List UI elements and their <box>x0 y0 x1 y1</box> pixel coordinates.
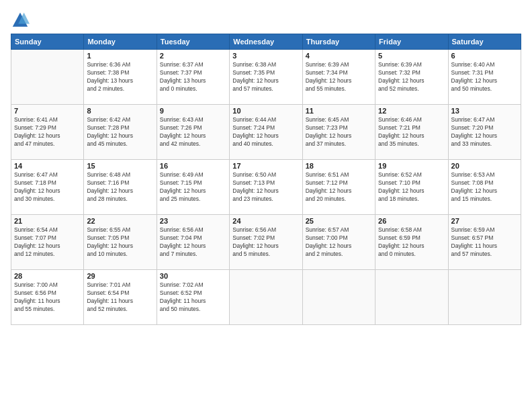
page: SundayMondayTuesdayWednesdayThursdayFrid… <box>0 0 532 411</box>
weekday-header-wednesday: Wednesday <box>230 34 302 50</box>
day-cell: 30Sunrise: 7:02 AM Sunset: 6:52 PM Dayli… <box>157 270 229 325</box>
day-info: Sunrise: 6:43 AM Sunset: 7:26 PM Dayligh… <box>160 116 226 148</box>
weekday-header-sunday: Sunday <box>11 34 84 50</box>
day-info: Sunrise: 6:47 AM Sunset: 7:20 PM Dayligh… <box>451 116 518 148</box>
day-number: 19 <box>378 162 445 170</box>
day-info: Sunrise: 6:41 AM Sunset: 7:29 PM Dayligh… <box>14 116 81 148</box>
day-cell <box>448 270 521 325</box>
day-cell <box>302 270 375 325</box>
day-cell: 21Sunrise: 6:54 AM Sunset: 7:07 PM Dayli… <box>11 215 84 270</box>
day-info: Sunrise: 6:45 AM Sunset: 7:23 PM Dayligh… <box>306 116 372 148</box>
day-cell: 2Sunrise: 6:37 AM Sunset: 7:37 PM Daylig… <box>157 50 229 105</box>
day-number: 18 <box>306 162 372 170</box>
day-info: Sunrise: 6:55 AM Sunset: 7:05 PM Dayligh… <box>87 226 153 259</box>
day-info: Sunrise: 6:47 AM Sunset: 7:18 PM Dayligh… <box>14 171 81 203</box>
day-cell <box>230 270 302 325</box>
day-number: 5 <box>378 52 445 60</box>
day-info: Sunrise: 7:02 AM Sunset: 6:52 PM Dayligh… <box>160 281 226 314</box>
day-cell: 27Sunrise: 6:59 AM Sunset: 6:57 PM Dayli… <box>448 215 521 270</box>
day-cell: 18Sunrise: 6:51 AM Sunset: 7:12 PM Dayli… <box>302 160 375 215</box>
day-cell: 5Sunrise: 6:39 AM Sunset: 7:32 PM Daylig… <box>375 50 448 105</box>
weekday-header-thursday: Thursday <box>302 34 375 50</box>
day-number: 26 <box>378 217 445 225</box>
day-number: 27 <box>451 217 518 225</box>
day-info: Sunrise: 6:37 AM Sunset: 7:37 PM Dayligh… <box>160 61 226 93</box>
day-number: 28 <box>14 272 81 280</box>
day-info: Sunrise: 7:01 AM Sunset: 6:54 PM Dayligh… <box>87 281 153 314</box>
day-number: 12 <box>378 107 445 115</box>
weekday-header-monday: Monday <box>84 34 157 50</box>
day-info: Sunrise: 7:00 AM Sunset: 6:56 PM Dayligh… <box>14 281 81 314</box>
day-number: 7 <box>14 107 81 115</box>
day-number: 16 <box>160 162 226 170</box>
day-cell: 11Sunrise: 6:45 AM Sunset: 7:23 PM Dayli… <box>302 105 375 160</box>
day-number: 9 <box>160 107 226 115</box>
day-cell: 10Sunrise: 6:44 AM Sunset: 7:24 PM Dayli… <box>230 105 302 160</box>
day-cell <box>11 50 84 105</box>
weekday-header-saturday: Saturday <box>448 34 521 50</box>
day-number: 13 <box>451 107 518 115</box>
day-info: Sunrise: 6:40 AM Sunset: 7:31 PM Dayligh… <box>451 61 518 93</box>
day-info: Sunrise: 6:54 AM Sunset: 7:07 PM Dayligh… <box>14 226 81 259</box>
day-cell: 4Sunrise: 6:39 AM Sunset: 7:34 PM Daylig… <box>302 50 375 105</box>
day-info: Sunrise: 6:38 AM Sunset: 7:35 PM Dayligh… <box>232 61 299 93</box>
day-info: Sunrise: 6:46 AM Sunset: 7:21 PM Dayligh… <box>378 116 445 148</box>
weekday-header-row: SundayMondayTuesdayWednesdayThursdayFrid… <box>11 34 521 50</box>
header-area <box>11 8 521 30</box>
day-number: 15 <box>87 162 153 170</box>
logo <box>11 11 32 30</box>
day-number: 4 <box>306 52 372 60</box>
day-number: 8 <box>87 107 153 115</box>
day-number: 17 <box>232 162 299 170</box>
day-number: 11 <box>306 107 372 115</box>
day-cell: 9Sunrise: 6:43 AM Sunset: 7:26 PM Daylig… <box>157 105 229 160</box>
day-cell: 17Sunrise: 6:50 AM Sunset: 7:13 PM Dayli… <box>230 160 302 215</box>
day-cell: 19Sunrise: 6:52 AM Sunset: 7:10 PM Dayli… <box>375 160 448 215</box>
day-number: 24 <box>232 217 299 225</box>
day-cell: 25Sunrise: 6:57 AM Sunset: 7:00 PM Dayli… <box>302 215 375 270</box>
day-number: 21 <box>14 217 81 225</box>
day-cell: 3Sunrise: 6:38 AM Sunset: 7:35 PM Daylig… <box>230 50 302 105</box>
day-info: Sunrise: 6:48 AM Sunset: 7:16 PM Dayligh… <box>87 171 153 203</box>
day-cell: 20Sunrise: 6:53 AM Sunset: 7:08 PM Dayli… <box>448 160 521 215</box>
day-info: Sunrise: 6:39 AM Sunset: 7:32 PM Dayligh… <box>378 61 445 93</box>
day-cell: 1Sunrise: 6:36 AM Sunset: 7:38 PM Daylig… <box>84 50 157 105</box>
day-info: Sunrise: 6:51 AM Sunset: 7:12 PM Dayligh… <box>306 171 372 203</box>
day-info: Sunrise: 6:42 AM Sunset: 7:28 PM Dayligh… <box>87 116 153 148</box>
week-row-4: 21Sunrise: 6:54 AM Sunset: 7:07 PM Dayli… <box>11 215 521 270</box>
day-number: 1 <box>87 52 153 60</box>
day-number: 10 <box>232 107 299 115</box>
day-cell: 14Sunrise: 6:47 AM Sunset: 7:18 PM Dayli… <box>11 160 84 215</box>
week-row-5: 28Sunrise: 7:00 AM Sunset: 6:56 PM Dayli… <box>11 270 521 325</box>
day-info: Sunrise: 6:56 AM Sunset: 7:04 PM Dayligh… <box>160 226 226 259</box>
weekday-header-friday: Friday <box>375 34 448 50</box>
day-info: Sunrise: 6:59 AM Sunset: 6:57 PM Dayligh… <box>451 226 518 259</box>
week-row-1: 1Sunrise: 6:36 AM Sunset: 7:38 PM Daylig… <box>11 50 521 105</box>
day-info: Sunrise: 6:44 AM Sunset: 7:24 PM Dayligh… <box>232 116 299 148</box>
day-cell: 16Sunrise: 6:49 AM Sunset: 7:15 PM Dayli… <box>157 160 229 215</box>
day-cell: 12Sunrise: 6:46 AM Sunset: 7:21 PM Dayli… <box>375 105 448 160</box>
day-cell: 15Sunrise: 6:48 AM Sunset: 7:16 PM Dayli… <box>84 160 157 215</box>
logo-icon <box>11 11 30 30</box>
day-number: 22 <box>87 217 153 225</box>
day-cell: 22Sunrise: 6:55 AM Sunset: 7:05 PM Dayli… <box>84 215 157 270</box>
day-cell: 28Sunrise: 7:00 AM Sunset: 6:56 PM Dayli… <box>11 270 84 325</box>
week-row-2: 7Sunrise: 6:41 AM Sunset: 7:29 PM Daylig… <box>11 105 521 160</box>
day-cell: 26Sunrise: 6:58 AM Sunset: 6:59 PM Dayli… <box>375 215 448 270</box>
day-number: 6 <box>451 52 518 60</box>
day-number: 29 <box>87 272 153 280</box>
day-number: 20 <box>451 162 518 170</box>
day-number: 23 <box>160 217 226 225</box>
day-cell: 23Sunrise: 6:56 AM Sunset: 7:04 PM Dayli… <box>157 215 229 270</box>
day-info: Sunrise: 6:49 AM Sunset: 7:15 PM Dayligh… <box>160 171 226 203</box>
day-cell: 29Sunrise: 7:01 AM Sunset: 6:54 PM Dayli… <box>84 270 157 325</box>
day-info: Sunrise: 6:56 AM Sunset: 7:02 PM Dayligh… <box>232 226 299 259</box>
day-number: 14 <box>14 162 81 170</box>
day-cell: 6Sunrise: 6:40 AM Sunset: 7:31 PM Daylig… <box>448 50 521 105</box>
day-info: Sunrise: 6:57 AM Sunset: 7:00 PM Dayligh… <box>306 226 372 259</box>
day-number: 30 <box>160 272 226 280</box>
weekday-header-tuesday: Tuesday <box>157 34 229 50</box>
day-info: Sunrise: 6:36 AM Sunset: 7:38 PM Dayligh… <box>87 61 153 93</box>
day-number: 2 <box>160 52 226 60</box>
day-cell <box>375 270 448 325</box>
